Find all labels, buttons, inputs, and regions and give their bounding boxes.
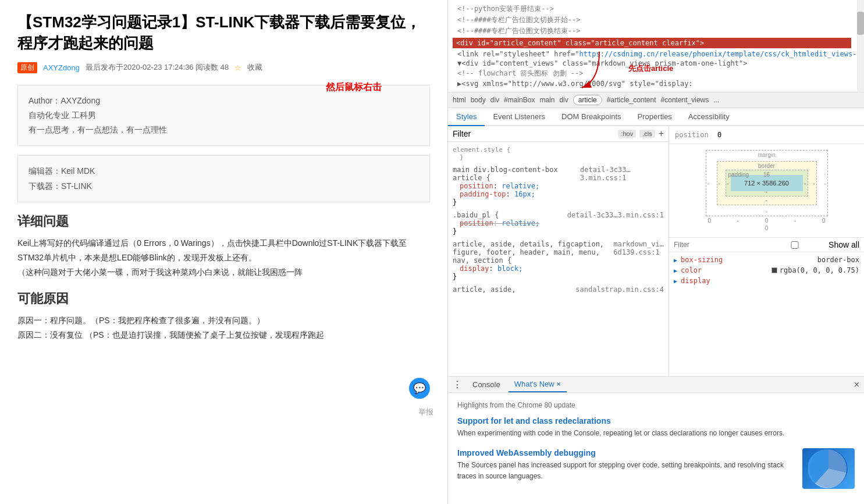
dom-comment1: <!--python安装手册结束--> bbox=[448, 3, 856, 15]
dom-comment3: <!--####专栏广告位图文切换结束--> bbox=[448, 26, 856, 37]
dom-line4: ▶<svg xmlns="http://www.w3.org/2000/svg"… bbox=[448, 79, 856, 88]
display-expand-arrow[interactable]: ▶ bbox=[674, 278, 677, 284]
author-link[interactable]: AXYZdong bbox=[43, 63, 80, 72]
news-item2-title[interactable]: Improved WebAssembly debugging bbox=[457, 448, 855, 457]
scrollbar-thumb bbox=[857, 12, 864, 35]
computed-prop-display: ▶ display bbox=[674, 276, 859, 286]
breadcrumb-main[interactable]: main bbox=[539, 96, 554, 104]
dom-tree-area: <!--python安装手册结束--> <!--####专栏广告位图文切换开始-… bbox=[448, 0, 864, 92]
news-item1-title[interactable]: Support for let and class redeclarations bbox=[457, 416, 855, 426]
article-meta: 原创 AXYZdong 最后发布于2020-02-23 17:24:36 阅读数… bbox=[17, 62, 430, 73]
style-rule4-file[interactable]: sandalstrap.min.css:4 bbox=[575, 285, 664, 294]
side-left-0: 0 bbox=[708, 217, 712, 224]
tag-original: 原创 bbox=[17, 62, 37, 73]
padding-right-val: - bbox=[804, 180, 806, 187]
whats-new-content: Highlights from the Chrome 80 update Sup… bbox=[448, 393, 864, 504]
color-name: color bbox=[681, 266, 702, 274]
side-center-left: - bbox=[737, 217, 739, 224]
author-info-line2: 自动化专业 工科男 bbox=[29, 108, 419, 123]
border-right: - bbox=[813, 180, 815, 187]
star-icon[interactable]: ☆ bbox=[234, 63, 241, 72]
border-label: border bbox=[758, 163, 775, 169]
side-center: 0 bbox=[765, 217, 769, 224]
hov-button[interactable]: :hov bbox=[618, 130, 636, 138]
thumbnail-chart bbox=[808, 448, 849, 489]
devtools-panel: <!--python安装手册结束--> <!--####专栏广告位图文切换开始-… bbox=[448, 0, 864, 504]
style-rule-element: element.style { } bbox=[453, 145, 664, 161]
style-prop-position-baidu: position: relative; bbox=[453, 219, 664, 227]
collect-label[interactable]: 收藏 bbox=[247, 62, 262, 73]
tab-dom-breakpoints[interactable]: DOM Breakpoints bbox=[553, 108, 630, 126]
news-item2-desc: The Sources panel has increased support … bbox=[457, 460, 855, 482]
boxsizing-expand-arrow[interactable]: ▶ bbox=[674, 257, 677, 263]
show-all-checkbox[interactable] bbox=[765, 241, 825, 249]
style-prop-padding-top: padding-top: 16px; bbox=[453, 190, 664, 198]
bottom-tab-whatsnew[interactable]: What's New × bbox=[509, 377, 567, 392]
tab-properties[interactable]: Properties bbox=[630, 108, 680, 126]
style-rule3-file[interactable]: markdown_vi…6d139.css:1 bbox=[613, 240, 664, 264]
computed-prop-color: ▶ color rgba(0, 0, 0, 0.75) bbox=[674, 265, 859, 276]
breadcrumb-html[interactable]: html bbox=[453, 96, 466, 104]
border-left: - bbox=[719, 180, 720, 187]
styles-filter-input[interactable] bbox=[474, 130, 614, 138]
breadcrumb-more[interactable]: ... bbox=[713, 96, 719, 104]
section2-body1: 原因一：程序问题。（PS：我把程序检查了很多遍，并没有问题。） bbox=[17, 313, 430, 328]
computed-prop-boxsizing: ▶ box-sizing border-box bbox=[674, 255, 859, 265]
cls-button[interactable]: .cls bbox=[639, 130, 655, 138]
news-thumbnail bbox=[802, 448, 855, 489]
section2-body2: 原因二：没有复位 （PS：也是迫打误撞，我随便捡了桌子上复位按键，发现程序跑起 bbox=[17, 328, 430, 342]
chat-icon[interactable]: 💬 bbox=[409, 378, 430, 399]
dom-scrollbar[interactable] bbox=[857, 0, 864, 92]
whats-new-subtitle: Highlights from the Chrome 80 update bbox=[457, 401, 855, 409]
tab-accessibility[interactable]: Accessibility bbox=[680, 108, 738, 126]
dom-selected-element[interactable]: <div id="article_content" class="article… bbox=[453, 38, 851, 48]
computed-filter-bar: Show all bbox=[669, 237, 864, 252]
style-rule2-file[interactable]: detail-3c33…3.min.css:1 bbox=[567, 211, 664, 219]
color-value: rgba(0, 0, 0, 0.75) bbox=[780, 266, 859, 274]
dom-css-link[interactable]: https://csdnimg.cn/release/phoenix/templ… bbox=[579, 50, 864, 58]
author-info-line1: Author：AXYZdong bbox=[29, 94, 419, 108]
margin-bottom-dash: - bbox=[766, 208, 767, 215]
section1-body2: （这种问题对于大佬小菜一碟，而对于我这种菜鸡小白来说，就能让我困惑一阵 bbox=[17, 265, 430, 280]
box-model-panel: position 0 margin - - - border - bbox=[669, 126, 864, 376]
bottom-tab-console[interactable]: Console bbox=[467, 377, 506, 392]
breadcrumb-content-views[interactable]: #content_views bbox=[661, 96, 709, 104]
box-model-visual: margin - - - border - - - padding bbox=[669, 144, 864, 237]
article-title: 【STM32学习问题记录1】ST-LINK下载器下载后需要复位，程序才跑起来的问… bbox=[17, 12, 430, 54]
add-rule-button[interactable]: + bbox=[659, 128, 664, 139]
devtools-tabs: Styles Event Listeners DOM Breakpoints P… bbox=[448, 108, 864, 126]
color-expand-arrow[interactable]: ▶ bbox=[674, 267, 677, 274]
breadcrumb-article[interactable]: article bbox=[573, 95, 602, 105]
computed-content: ▶ box-sizing border-box ▶ color rgba(0, … bbox=[669, 252, 864, 376]
bottom-zero: 0 bbox=[706, 225, 828, 231]
section1-body: Keil上将写好的代码编译通过后（0 Errors，0 Warings），点击快… bbox=[17, 236, 430, 265]
tab-event-listeners[interactable]: Event Listeners bbox=[485, 108, 553, 126]
bottom-menu-icon[interactable]: ⋮ bbox=[453, 379, 462, 390]
news-item-2: Improved WebAssembly debugging The Sourc… bbox=[457, 448, 855, 482]
bottom-panel: ⋮ Console What's New × × Highlights from… bbox=[448, 376, 864, 504]
display-name: display bbox=[681, 277, 710, 285]
bottom-close-button[interactable]: × bbox=[854, 380, 859, 390]
editor-info: 编辑器：Keil MDK bbox=[29, 164, 419, 178]
breadcrumb-div2[interactable]: div bbox=[559, 96, 568, 104]
author-info-box: Author：AXYZdong 自动化专业 工科男 有一点思考，有一点想法，有一… bbox=[17, 85, 430, 146]
breadcrumb-body[interactable]: body bbox=[471, 96, 486, 104]
dom-link-pre: <link rel="stylesheet" href=" bbox=[457, 50, 579, 58]
boxsizing-value: border-box bbox=[817, 256, 859, 264]
show-all-label: Show all bbox=[829, 240, 859, 249]
breadcrumb-article-content[interactable]: #article_content bbox=[607, 96, 656, 104]
padding-label: padding bbox=[728, 171, 749, 178]
position-value: 0 bbox=[717, 131, 721, 139]
breadcrumb-mainbox[interactable]: #mainBox bbox=[504, 96, 535, 104]
section1-title: 详细问题 bbox=[17, 213, 430, 230]
devtools-body: Filter :hov .cls + element.style { } mai… bbox=[448, 126, 864, 376]
style-rule1-file[interactable]: detail-3c33…3.min.css:1 bbox=[580, 166, 664, 182]
boxsizing-name: box-sizing bbox=[681, 256, 723, 264]
box-model-top: position 0 bbox=[669, 126, 864, 144]
breadcrumb-div1[interactable]: div bbox=[490, 96, 499, 104]
tab-styles[interactable]: Styles bbox=[448, 108, 485, 126]
computed-filter-input[interactable] bbox=[674, 241, 761, 249]
report-button[interactable]: 举报 bbox=[418, 407, 433, 417]
dom-comment2: <!--####专栏广告位图文切换开始--> bbox=[448, 15, 856, 26]
meta-date: 最后发布于2020-02-23 17:24:36 阅读数 48 bbox=[86, 62, 229, 73]
